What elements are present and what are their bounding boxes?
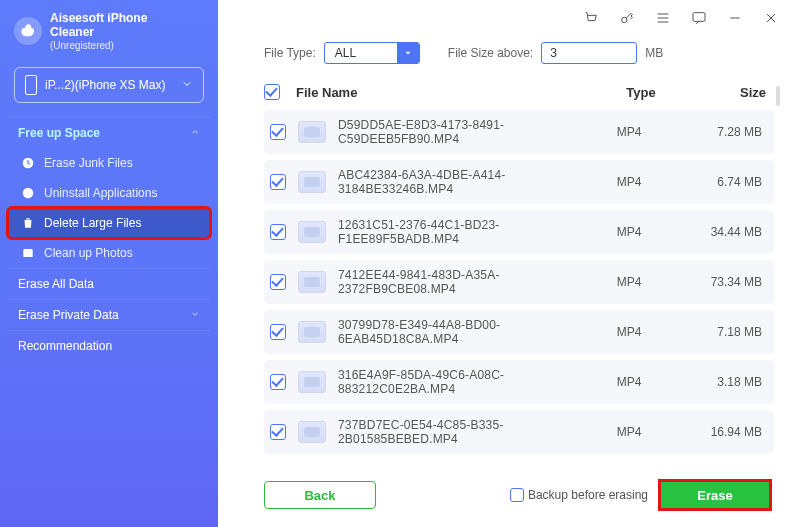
feedback-icon[interactable] [690,9,708,27]
app-title-line1: Aiseesoft iPhone [50,12,147,26]
video-thumb-icon [298,271,326,293]
file-size: 73.34 MB [676,275,766,289]
brand: Aiseesoft iPhone Cleaner (Unregistered) [8,8,210,63]
file-type-value: ALL [325,46,397,60]
video-thumb-icon [298,221,326,243]
app-status: (Unregistered) [50,40,147,51]
nav-label: Erase Private Data [18,308,119,322]
file-type: MP4 [594,375,664,389]
file-type: MP4 [594,275,664,289]
main-panel: File Type: ALL File Size above: MB File … [218,0,800,527]
video-thumb-icon [298,171,326,193]
minimize-icon[interactable] [726,9,744,27]
sidebar-item-label: Delete Large Files [44,216,141,230]
nav-group-free-up-space[interactable]: Free up Space [8,117,210,148]
close-icon[interactable] [762,9,780,27]
video-thumb-icon [298,371,326,393]
backup-toggle[interactable]: Backup before erasing [510,488,648,502]
table-row: 316E4A9F-85DA-49C6-A08C-883212C0E2BA.MP4… [264,360,774,404]
row-checkbox[interactable] [270,274,286,290]
col-type: Type [606,85,676,100]
row-checkbox[interactable] [270,324,286,340]
svg-rect-4 [693,13,705,22]
table-row: 12631C51-2376-44C1-BD23-F1EE89F5BADB.MP4… [264,210,774,254]
file-name: 737BD7EC-0E54-4C85-B335-2B01585BEBED.MP4 [338,418,582,446]
trash-icon [20,215,36,231]
file-name: 12631C51-2376-44C1-BD23-F1EE89F5BADB.MP4 [338,218,582,246]
table-row: 30799D78-E349-44A8-BD00-6EAB45D18C8A.MP4… [264,310,774,354]
file-table: File Name Type Size D59DD5AE-E8D3-4173-8… [218,76,800,467]
nav-erase-private[interactable]: Erase Private Data [8,299,210,330]
cart-icon[interactable] [582,9,600,27]
file-type-select[interactable]: ALL [324,42,420,64]
titlebar [218,0,800,36]
file-type: MP4 [594,125,664,139]
nav-erase-all[interactable]: Erase All Data [8,268,210,299]
table-row: D59DD5AE-E8D3-4173-8491-C59DEEB5FB90.MP4… [264,110,774,154]
svg-point-1 [23,187,34,198]
select-all-checkbox[interactable] [264,84,280,100]
sidebar-item-erase-junk[interactable]: Erase Junk Files [8,148,210,178]
video-thumb-icon [298,121,326,143]
file-name: 316E4A9F-85DA-49C6-A08C-883212C0E2BA.MP4 [338,368,582,396]
erase-button[interactable]: Erase [660,481,770,509]
table-row: ABC42384-6A3A-4DBE-A414-3184BE33246B.MP4… [264,160,774,204]
nav-label: Recommendation [18,339,112,353]
chevron-up-icon [190,126,200,140]
app-logo-icon [14,17,42,45]
file-name: 7412EE44-9841-483D-A35A-2372FB9CBE08.MP4 [338,268,582,296]
file-name: ABC42384-6A3A-4DBE-A414-3184BE33246B.MP4 [338,168,582,196]
file-type: MP4 [594,225,664,239]
svg-rect-2 [23,249,32,257]
footer: Back Backup before erasing Erase [218,467,800,527]
table-row: 7412EE44-9841-483D-A35A-2372FB9CBE08.MP4… [264,260,774,304]
row-checkbox[interactable] [270,124,286,140]
backup-checkbox[interactable] [510,488,524,502]
sidebar-item-delete-large-files[interactable]: Delete Large Files [8,208,210,238]
file-size-unit: MB [645,46,663,60]
key-icon[interactable] [618,9,636,27]
file-type: MP4 [594,325,664,339]
nav-label: Erase All Data [18,277,94,291]
file-name: D59DD5AE-E8D3-4173-8491-C59DEEB5FB90.MP4 [338,118,582,146]
file-size-label: File Size above: [448,46,533,60]
row-checkbox[interactable] [270,424,286,440]
video-thumb-icon [298,421,326,443]
table-row: 737BD7EC-0E54-4C85-B335-2B01585BEBED.MP4… [264,410,774,454]
sidebar-item-uninstall[interactable]: Uninstall Applications [8,178,210,208]
row-checkbox[interactable] [270,374,286,390]
scrollbar[interactable] [776,86,780,106]
file-size: 3.18 MB [676,375,766,389]
image-icon [20,245,36,261]
filters: File Type: ALL File Size above: MB [218,36,800,76]
nav-recommendation[interactable]: Recommendation [8,330,210,361]
sidebar-item-label: Erase Junk Files [44,156,133,170]
file-name: 30799D78-E349-44A8-BD00-6EAB45D18C8A.MP4 [338,318,582,346]
col-size: Size [684,85,774,100]
col-name: File Name [288,85,598,100]
back-button[interactable]: Back [264,481,376,509]
file-type: MP4 [594,175,664,189]
sidebar-item-label: Uninstall Applications [44,186,157,200]
app-title-line2: Cleaner [50,26,147,40]
file-size: 6.74 MB [676,175,766,189]
file-size: 34.44 MB [676,225,766,239]
file-type: MP4 [594,425,664,439]
file-type-label: File Type: [264,46,316,60]
backup-label: Backup before erasing [528,488,648,502]
file-size: 7.18 MB [676,325,766,339]
sidebar-item-clean-photos[interactable]: Clean up Photos [8,238,210,268]
menu-icon[interactable] [654,9,672,27]
device-selector[interactable]: iP...2)(iPhone XS Max) [14,67,204,103]
file-size-input[interactable] [541,42,637,64]
file-size: 7.28 MB [676,125,766,139]
caret-down-icon [397,42,419,64]
sidebar-item-label: Clean up Photos [44,246,133,260]
phone-icon [25,75,37,95]
row-checkbox[interactable] [270,224,286,240]
row-checkbox[interactable] [270,174,286,190]
device-label: iP...2)(iPhone XS Max) [45,78,173,92]
nav-group-title: Free up Space [18,126,100,140]
chevron-down-icon [181,76,193,94]
clock-icon [20,155,36,171]
